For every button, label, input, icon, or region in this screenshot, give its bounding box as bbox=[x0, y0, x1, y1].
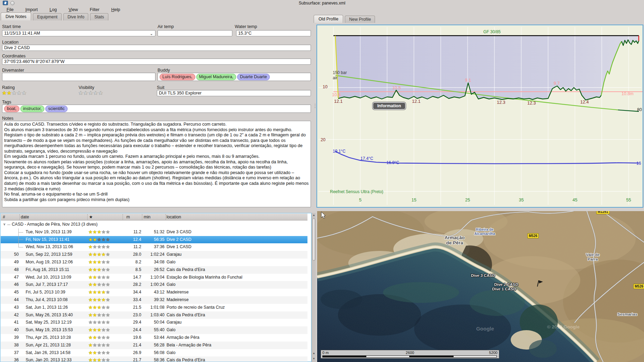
dive-row-42[interactable]: 42Sun, May 26, 2013 15:40★★★★★23.01:03:4… bbox=[1, 311, 307, 319]
dive-depth: 8.2 bbox=[124, 260, 141, 264]
dive-rating: ★★★★★ bbox=[88, 275, 110, 280]
star-empty-icon: ★ bbox=[88, 320, 93, 325]
scroll-down-icon[interactable]: ▼ bbox=[312, 357, 316, 360]
star-empty-icon: ★ bbox=[106, 343, 110, 347]
dive-list-header[interactable]: #date★mminlocation bbox=[1, 214, 307, 220]
start-time-label: Start time bbox=[2, 24, 21, 29]
location-field[interactable]: Dive 2 CASD bbox=[2, 45, 311, 51]
dive-location-map[interactable]: Armação de PêraRibeira de AlcantarilhaVa… bbox=[317, 211, 644, 362]
menu-help[interactable]: Help bbox=[107, 7, 125, 12]
column-header-min[interactable]: min bbox=[144, 215, 151, 219]
dive-number: 49 bbox=[2, 260, 19, 264]
dive-row-dive-3-casd[interactable]: Tue, Nov 19, 2013 11:39★★★★★11.251:32Div… bbox=[1, 228, 307, 236]
dive-location: Cais da Pedra d'Eira bbox=[167, 313, 205, 317]
star-empty-icon[interactable]: ★ bbox=[83, 90, 88, 96]
column-header-location[interactable]: location bbox=[167, 215, 181, 219]
star-filled-icon: ★ bbox=[93, 327, 97, 332]
dive-location: Dive 1 CASD bbox=[167, 244, 191, 249]
air-temp-field[interactable] bbox=[158, 30, 232, 36]
dive-date: Sat, Jun 1, 2013 11:26 bbox=[26, 305, 68, 310]
column-header-stars[interactable]: ★ bbox=[89, 215, 93, 219]
dive-location: Madeirense bbox=[167, 297, 189, 302]
menu-log[interactable]: Log bbox=[45, 7, 61, 12]
menu-filter[interactable]: Filter bbox=[85, 7, 104, 12]
trip-group-row[interactable]: ∨CASD - Armação de Pêra, Nov 2013 (3 div… bbox=[1, 221, 307, 228]
dive-depth: 28.0 bbox=[124, 252, 141, 257]
buddy-field[interactable]: Luís Rodrigues,Miguel Madureira,Duarte D… bbox=[158, 73, 311, 81]
tab-new-profile[interactable]: New Profile bbox=[345, 16, 375, 23]
menu-view[interactable]: View bbox=[64, 7, 82, 12]
scrollbar-thumb[interactable] bbox=[312, 218, 315, 261]
water-temp-value: 15.3°C bbox=[238, 31, 252, 36]
dive-row-48[interactable]: 48Fri, Aug 16, 2013 15:11★★★★★8.526:52Ca… bbox=[1, 266, 307, 274]
star-empty-icon[interactable]: ★ bbox=[21, 90, 26, 96]
star-empty-icon: ★ bbox=[106, 229, 110, 234]
star-filled-icon: ★ bbox=[93, 297, 97, 302]
location-label: Location bbox=[2, 40, 19, 45]
dive-row-46[interactable]: 46Sun, Jul 7, 2013 17:17★★★★★28.21:00:24… bbox=[1, 281, 307, 289]
dive-row-39[interactable]: 39Thu, Apr 25, 2013 10:28★★★★★19.653:44A… bbox=[1, 334, 307, 342]
x-axis-tick: 25 bbox=[465, 197, 470, 202]
tab-old-profile[interactable]: Old Profile bbox=[314, 15, 343, 23]
start-time-combobox[interactable]: 11/15/13 11:41 AM ⌄ bbox=[2, 30, 155, 36]
star-empty-icon[interactable]: ★ bbox=[17, 90, 21, 96]
dive-row-45[interactable]: 45Fri, Jul 5, 2013 10:39★★★★★34.443:12Ma… bbox=[1, 289, 307, 296]
rating-stars[interactable]: ★★★★★ bbox=[2, 90, 27, 96]
star-filled-icon[interactable]: ★ bbox=[7, 90, 11, 96]
dive-row-49[interactable]: 49Mon, Aug 19, 2013 12:06★★★★★8.234:08Ga… bbox=[1, 259, 307, 266]
tags-field[interactable]: boat,instructor,scientific bbox=[2, 105, 311, 113]
tab-dive-notes[interactable]: Dive Notes bbox=[1, 12, 31, 20]
scroll-up-icon[interactable]: ▲ bbox=[312, 352, 316, 355]
vertical-splitter-handle[interactable] bbox=[314, 104, 316, 110]
dive-row-50[interactable]: 50Sun, Sep 22, 2013 12:59★★★★★28.01:02:2… bbox=[1, 251, 307, 259]
menu-import[interactable]: Import bbox=[21, 7, 42, 12]
dive-row-40[interactable]: 40Sun, May 19, 2013 15:53★★★★★24.455:40G… bbox=[1, 326, 307, 334]
star-filled-icon: ★ bbox=[97, 305, 101, 310]
notes-textarea[interactable]: Aula do curso CASD. Transectos c/video e… bbox=[2, 121, 311, 207]
dive-notes-panel: Start time 11/15/13 11:41 AM ⌄ Air temp … bbox=[0, 20, 316, 212]
tab-equipment[interactable]: Equipment bbox=[33, 13, 62, 20]
star-empty-icon: ★ bbox=[101, 237, 106, 242]
menu-file[interactable]: File bbox=[2, 7, 18, 12]
tab-dive-info[interactable]: Dive Info bbox=[63, 13, 89, 20]
chart-label: 9.7 bbox=[554, 81, 560, 86]
dive-list-scrollbar[interactable]: ▲ ▲ ▼ bbox=[312, 213, 316, 362]
divemaster-field[interactable] bbox=[2, 73, 155, 81]
star-filled-icon[interactable]: ★ bbox=[2, 90, 7, 96]
visibility-stars[interactable]: ★★★★★ bbox=[78, 90, 103, 96]
dive-location: Porto de recreio de Santa Cruz bbox=[167, 305, 225, 310]
dive-row-47[interactable]: 47Wed, Jul 10, 2013 13:09★★★★★14.71:10:0… bbox=[1, 274, 307, 281]
dive-row-41[interactable]: 41Sat, May 25, 2013 12:19★★★★★29.450:04G… bbox=[1, 319, 307, 326]
column-header-date[interactable]: date bbox=[21, 215, 29, 219]
star-empty-icon[interactable]: ★ bbox=[88, 90, 93, 96]
dive-row-dive-2-casd[interactable]: Fri, Nov 15, 2013 11:41★★★★★12.456:35Div… bbox=[1, 236, 307, 244]
star-empty-icon[interactable]: ★ bbox=[12, 90, 17, 96]
column-header-m[interactable]: m bbox=[126, 215, 130, 219]
dive-row-37[interactable]: 37Sat, Jan 26, 2013 14:58★★★★★26.956:08G… bbox=[1, 349, 307, 357]
dive-row-43[interactable]: 43Sat, Jun 1, 2013 11:26★★★★★21.51:01:08… bbox=[1, 304, 307, 311]
dive-duration: 1:03:40 bbox=[142, 313, 164, 317]
star-empty-icon[interactable]: ★ bbox=[93, 90, 98, 96]
star-empty-icon: ★ bbox=[106, 275, 110, 280]
dive-row-dive-1-casd[interactable]: Wed, Nov 13, 2013 11:06★★★★★11.237:36Div… bbox=[1, 243, 307, 251]
column-header-num[interactable]: # bbox=[3, 215, 5, 219]
chart-label: 12.4 bbox=[580, 100, 589, 105]
tab-stats[interactable]: Stats bbox=[90, 13, 108, 20]
dive-row-38[interactable]: 38Sun, Apr 21, 2013 11:28★★★★★21.456:28B… bbox=[1, 342, 307, 349]
dive-location: Garajau bbox=[167, 320, 181, 325]
water-temp-field[interactable]: 15.3°C bbox=[236, 30, 311, 36]
suit-field[interactable]: DUI TLS 350 Explorer bbox=[157, 90, 311, 96]
dive-row-44[interactable]: 44Thu, Jul 4, 2013 10:08★★★★★33.439:32Ma… bbox=[1, 296, 307, 304]
star-empty-icon[interactable]: ★ bbox=[98, 90, 103, 96]
information-button[interactable]: Information bbox=[373, 102, 406, 110]
dive-row-36[interactable]: 36Sun, Jan 20, 2013 12:33★★★★★21.758:36C… bbox=[1, 356, 307, 362]
dive-rating: ★★★★★ bbox=[88, 297, 110, 302]
star-filled-icon: ★ bbox=[88, 343, 93, 347]
coordinates-field[interactable]: 37°05'23.460"N 8°20'47.879"W bbox=[2, 58, 311, 65]
collapse-icon[interactable]: ∨ bbox=[3, 222, 6, 226]
scroll-up-icon[interactable]: ▲ bbox=[312, 214, 316, 217]
dive-location: Cais da Pedra d'Eira bbox=[167, 267, 205, 272]
chevron-down-icon[interactable]: ⌄ bbox=[150, 31, 153, 36]
star-empty-icon[interactable]: ★ bbox=[78, 90, 83, 96]
dive-location: Madeirense bbox=[167, 290, 189, 295]
